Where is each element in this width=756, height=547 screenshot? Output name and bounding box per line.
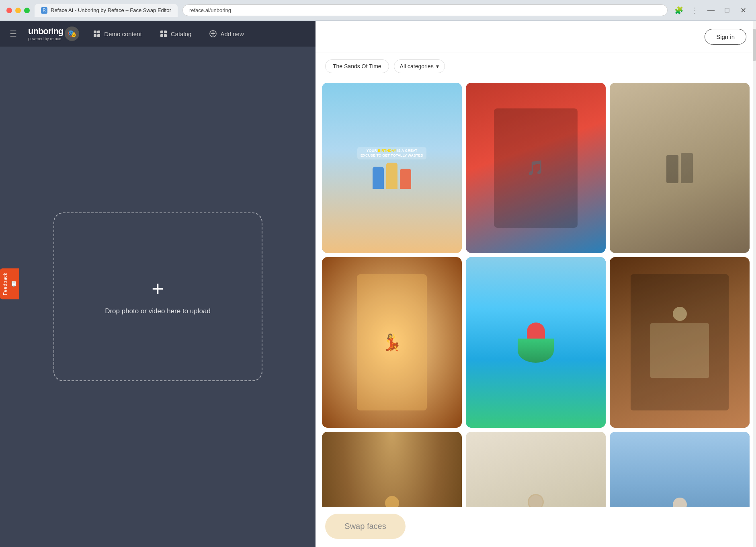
image-grid: YOUR BIRTHDAY IS A GREATEXCUSE TO GET TO… [316, 80, 756, 507]
drop-zone-text: Drop photo or video here to upload [105, 307, 211, 315]
svg-rect-6 [160, 34, 163, 37]
svg-rect-1 [97, 31, 100, 33]
svg-rect-7 [164, 34, 167, 37]
list-item[interactable] [466, 257, 606, 427]
left-panel: ☰ unboring powered by reface 🎭 Demo cont… [0, 21, 316, 547]
right-header: Sign in [316, 21, 756, 53]
list-item[interactable] [610, 432, 750, 507]
close-button[interactable]: ✕ [737, 4, 750, 17]
add-new-icon [209, 30, 217, 38]
scroll-thumb[interactable] [753, 29, 756, 61]
demo-content-icon [93, 30, 101, 38]
right-panel: Sign in The Sands Of Time All categories… [316, 21, 756, 547]
list-item[interactable]: 💃 [322, 257, 462, 427]
search-tag-text: The Sands Of Time [333, 63, 381, 69]
top-nav: ☰ unboring powered by reface 🎭 Demo cont… [0, 21, 316, 47]
window-controls [6, 8, 30, 13]
tab-title: Reface AI - Unboring by Reface – Face Sw… [51, 7, 171, 13]
list-item[interactable] [322, 432, 462, 507]
svg-rect-3 [97, 34, 100, 37]
feedback-icon: 📋 [10, 280, 17, 288]
list-item[interactable] [610, 257, 750, 427]
browser-toolbar: 🧩 ⋮ — □ ✕ [672, 4, 750, 17]
close-window-button[interactable] [6, 8, 12, 13]
logo-icon: 🎭 [65, 27, 79, 41]
catalog-icon [160, 30, 168, 38]
list-item[interactable] [466, 432, 606, 507]
minimize-window-button[interactable] [15, 8, 21, 13]
catalog-nav[interactable]: Catalog [156, 27, 196, 40]
bottom-bar: Swap faces [316, 507, 756, 547]
more-menu-button[interactable]: ⋮ [688, 4, 701, 17]
add-new-label: Add new [220, 31, 244, 37]
app-container: ☰ unboring powered by reface 🎭 Demo cont… [0, 21, 756, 547]
address-bar[interactable]: reface.ai/unboring [182, 4, 668, 16]
logo[interactable]: unboring powered by reface 🎭 [28, 27, 79, 41]
extensions-button[interactable]: 🧩 [672, 4, 685, 17]
catalog-label: Catalog [171, 31, 192, 37]
feedback-label: Feedback [2, 273, 8, 296]
drop-zone-container: + Drop photo or video here to upload [0, 47, 316, 547]
demo-content-label: Demo content [104, 31, 141, 37]
chevron-down-icon: ▾ [436, 63, 439, 69]
category-label: All categories [400, 63, 434, 69]
plus-icon: + [152, 278, 164, 299]
hamburger-menu-button[interactable]: ☰ [8, 27, 18, 40]
svg-rect-2 [94, 34, 96, 37]
restore-button[interactable]: □ [721, 4, 733, 17]
search-tag[interactable]: The Sands Of Time [325, 59, 389, 73]
logo-text: unboring [28, 27, 63, 36]
sign-in-button[interactable]: Sign in [705, 29, 746, 45]
demo-content-nav[interactable]: Demo content [89, 27, 145, 40]
minimize-button[interactable]: — [705, 4, 717, 17]
feedback-tab-wrapper: Feedback 📋 [0, 269, 19, 300]
image-grid-inner: YOUR BIRTHDAY IS A GREATEXCUSE TO GET TO… [322, 83, 750, 507]
swap-faces-button[interactable]: Swap faces [325, 514, 406, 539]
browser-chrome: R Reface AI - Unboring by Reface – Face … [0, 0, 756, 21]
list-item[interactable]: YOUR BIRTHDAY IS A GREATEXCUSE TO GET TO… [322, 83, 462, 253]
logo-subtext: powered by reface [28, 37, 63, 41]
list-item[interactable]: 🎵 [466, 83, 606, 253]
browser-tab[interactable]: R Reface AI - Unboring by Reface – Face … [35, 4, 178, 17]
maximize-window-button[interactable] [24, 8, 30, 13]
list-item[interactable] [610, 83, 750, 253]
add-new-nav[interactable]: Add new [205, 27, 248, 40]
category-dropdown[interactable]: All categories ▾ [394, 59, 445, 73]
filter-bar: The Sands Of Time All categories ▾ [316, 53, 756, 80]
feedback-tab[interactable]: Feedback 📋 [0, 269, 19, 300]
svg-rect-5 [164, 31, 167, 33]
scrollbar[interactable] [753, 21, 756, 547]
drop-zone[interactable]: + Drop photo or video here to upload [53, 212, 262, 381]
svg-rect-0 [94, 31, 96, 33]
svg-rect-4 [160, 31, 163, 33]
tab-favicon: R [41, 7, 47, 14]
